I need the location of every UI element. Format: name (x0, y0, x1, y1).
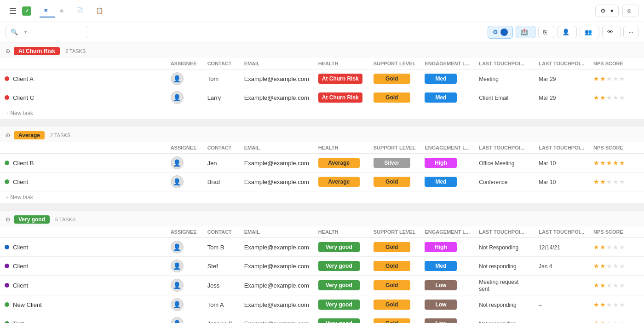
avatar: 👤 (171, 317, 184, 323)
more-icon: ··· (628, 29, 633, 35)
task-contact-cell: Tom A (203, 295, 240, 314)
task-name-cell: Client B (0, 154, 166, 173)
task-dot (5, 161, 9, 165)
task-name-text: New Client (13, 301, 42, 308)
nps-stars: ★★★★★ (593, 94, 626, 101)
nps-stars: ★★★★★ (593, 301, 626, 308)
task-health-cell: At Churn Risk (314, 69, 369, 88)
tab-feedback[interactable]: 📋 (91, 5, 110, 17)
table-row[interactable]: Client B 👤 Jen Example@example.com Avera… (0, 154, 644, 173)
section-divider (0, 119, 644, 127)
col-header-name (0, 58, 166, 69)
col-header-contact: CONTACT (203, 142, 240, 154)
logo-icon: ✓ (22, 6, 31, 16)
task-nps-cell: ★★★★★ (589, 88, 644, 107)
group-toggle-verygood[interactable]: ⊙ (6, 216, 10, 223)
task-touchpoint2-cell: – (534, 276, 589, 295)
col-header-touchpoint1: LAST TOUCHPOI... (474, 226, 534, 238)
me-button[interactable]: 👤 (557, 26, 577, 38)
table-row[interactable]: New Client 👤 Tom A Example@example.com V… (0, 295, 644, 314)
col-header-health: HEALTH (314, 58, 369, 69)
task-dot (5, 76, 9, 81)
col-header-contact: CONTACT (203, 226, 240, 238)
assignees-icon: 👥 (585, 29, 592, 35)
add-view-button[interactable] (111, 8, 120, 14)
touchpoint2-value: Jan 4 (539, 263, 552, 270)
app-logo: ✓ (22, 6, 34, 16)
table-row[interactable]: Client 👤 Tom B Example@example.com Very … (0, 238, 644, 257)
contact-name: Jessica B (207, 320, 233, 323)
email-value: Example@example.com (244, 263, 309, 270)
task-name-cell: Client A (0, 69, 166, 88)
task-touchpoint2-cell: – (534, 314, 589, 323)
share-button[interactable]: ⎋ (622, 5, 638, 17)
task-health-cell: Average (314, 154, 369, 173)
group-toggle-churn[interactable]: ⊙ (6, 48, 10, 54)
email-value: Example@example.com (244, 282, 309, 289)
table-row[interactable]: Test 👤 Jessica B Example@example.com Ver… (0, 314, 644, 323)
task-contact-cell: Tom (203, 69, 240, 88)
renewal-tab-icon: ≡ (60, 7, 64, 14)
table-row[interactable]: Client 👤 Brad Example@example.com Averag… (0, 173, 644, 191)
subtasks-icon: ⎘ (543, 29, 547, 35)
col-header-assignee: ASSIGNEE (166, 58, 203, 69)
task-dot (5, 302, 9, 307)
col-header-engagement: ENGAGEMENT L... (420, 226, 474, 238)
table-row[interactable]: Client 👤 Jess Example@example.com Very g… (0, 276, 644, 295)
task-touchpoint1-cell: Office Meeting (474, 154, 534, 173)
col-header-engagement: ENGAGEMENT L... (420, 142, 474, 154)
group-by-button[interactable]: 🏥 (516, 26, 535, 38)
col-header-assignee: ASSIGNEE (166, 142, 203, 154)
tab-playbook[interactable]: 📄 (71, 5, 90, 17)
task-touchpoint2-cell: Jan 4 (534, 257, 589, 276)
task-assignee-cell: 👤 (166, 69, 203, 88)
support-badge: Gold (374, 242, 410, 252)
task-dot (5, 283, 9, 288)
health-badge: At Churn Risk (318, 92, 362, 103)
support-badge: Gold (374, 74, 410, 84)
col-header-engagement: ENGAGEMENT L... (420, 58, 474, 69)
health-badge: Very good (318, 280, 360, 290)
touchpoint2-value: Mar 10 (539, 160, 556, 167)
task-support-cell: Silver (369, 154, 420, 173)
table-row[interactable]: Client A 👤 Tom Example@example.com At Ch… (0, 69, 644, 88)
task-name-text: Client (13, 263, 28, 270)
table-row[interactable]: Client 👤 Stef Example@example.com Very g… (0, 257, 644, 276)
col-header-touchpoint1: LAST TOUCHPOI... (474, 58, 534, 69)
email-value: Example@example.com (244, 244, 309, 251)
group-header-churn: ⊙ At Churn Risk 2 TASKS (0, 42, 644, 58)
task-engagement-cell: Med (420, 173, 474, 191)
group-toggle-average[interactable]: ⊙ (6, 132, 10, 138)
task-health-cell: Very good (314, 295, 369, 314)
col-header-support: SUPPORT LEVEL (369, 226, 420, 238)
show-button[interactable]: 👁 (602, 26, 621, 38)
table-row[interactable]: Client C 👤 Larry Example@example.com At … (0, 88, 644, 107)
col-header-nps: NPS SCORE (589, 142, 644, 154)
automate-icon: ⚙ (600, 7, 606, 14)
support-badge: Gold (374, 261, 410, 271)
task-touchpoint2-cell: 12/14/21 (534, 238, 589, 257)
search-input[interactable]: 🔍 ▾ (6, 26, 88, 38)
engagement-tab-icon: ≡ (44, 7, 48, 14)
subtasks-button[interactable]: ⎘ (538, 26, 554, 38)
col-header-support: SUPPORT LEVEL (369, 142, 420, 154)
support-badge: Gold (374, 177, 410, 187)
tab-renewal[interactable]: ≡ (56, 5, 71, 17)
tab-engagement[interactable]: ≡ (40, 4, 55, 17)
engagement-badge: High (425, 158, 457, 168)
new-task-button[interactable]: + New task (0, 191, 644, 203)
top-nav: ☰ ✓ ≡ ≡ 📄 📋 ⚙ ▾ ⎋ (0, 0, 644, 22)
assignees-button[interactable]: 👥 (580, 26, 599, 38)
contact-name: Stef (207, 263, 218, 270)
hamburger-icon[interactable]: ☰ (6, 4, 20, 18)
task-nps-cell: ★★★★★ (589, 276, 644, 295)
more-button[interactable]: ··· (623, 26, 638, 38)
task-contact-cell: Tom B (203, 238, 240, 257)
task-email-cell: Example@example.com (240, 314, 314, 323)
automate-button[interactable]: ⚙ ▾ (595, 5, 619, 17)
task-name-text: Client C (13, 94, 34, 101)
filter-button[interactable]: ⚙ (488, 26, 513, 39)
col-header-touchpoint2: LAST TOUCHPOI... (534, 226, 589, 238)
new-task-button[interactable]: + New task (0, 107, 644, 119)
filter-icon: ⚙ (493, 29, 498, 35)
